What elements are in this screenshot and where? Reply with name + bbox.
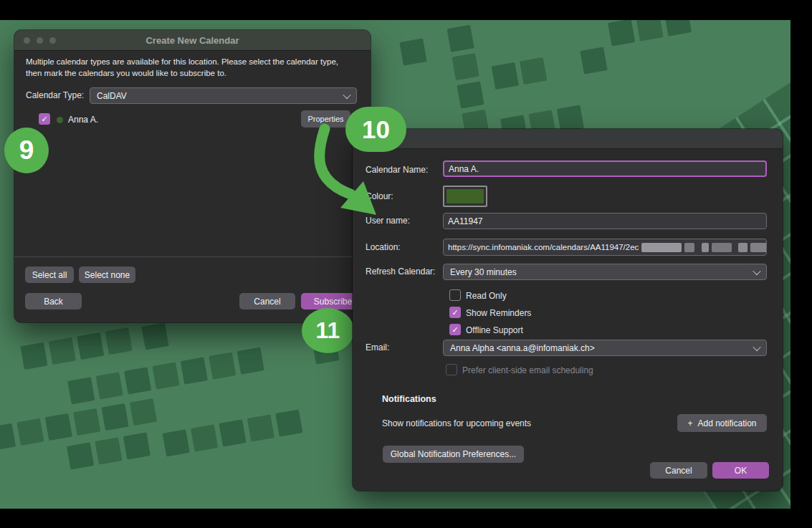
bg-square-run: [580, 47, 607, 74]
colour-swatch-button[interactable]: [443, 186, 487, 207]
create-new-calendar-dialog: Create New Calendar Multiple calendar ty…: [14, 30, 371, 322]
bg-square-run: [492, 57, 548, 90]
refresh-calendar-label: Refresh Calendar:: [366, 267, 435, 277]
email-select[interactable]: Anna Alpha <anna.a@infomaniak.ch>: [443, 340, 767, 356]
prefer-client-side-label: Prefer client-side email scheduling: [462, 365, 593, 375]
bg-square-run: [67, 432, 151, 469]
calendar-color-dot-icon: [57, 117, 63, 123]
step-9-marker: 9: [4, 128, 49, 173]
redacted-segment: [738, 243, 747, 252]
notifications-description: Show notifications for upcoming events: [382, 418, 531, 428]
read-only-checkbox[interactable]: [449, 289, 461, 301]
location-input[interactable]: https://sync.infomaniak.com/calendars/AA…: [443, 239, 767, 256]
back-button[interactable]: Back: [25, 293, 82, 309]
select-none-button[interactable]: Select none: [79, 267, 135, 283]
checkmark-icon: ✓: [41, 115, 47, 123]
chevron-down-icon: [753, 267, 760, 274]
ok-button[interactable]: OK: [712, 462, 769, 479]
calendar-name-input[interactable]: [443, 160, 767, 177]
right-dialog-titlebar: [353, 129, 783, 149]
refresh-calendar-value: Every 30 minutes: [450, 267, 517, 277]
bg-square-run: [163, 409, 303, 456]
checkmark-icon: ✓: [452, 309, 458, 317]
instructions-line1: Multiple calendar types are available fo…: [26, 57, 361, 66]
instructions-line2: then mark the calendars you would like t…: [26, 69, 361, 77]
global-notification-preferences-button[interactable]: Global Notification Preferences...: [383, 446, 524, 463]
add-notification-button[interactable]: + Add notification: [677, 414, 767, 432]
location-label: Location:: [366, 242, 401, 252]
step-11-marker: 11: [302, 308, 354, 353]
calendar-properties-dialog: Calendar Name: Colour: User name: Locati…: [353, 129, 783, 491]
select-all-button[interactable]: Select all: [25, 267, 74, 283]
bg-square-run: [608, 20, 692, 47]
refresh-calendar-select[interactable]: Every 30 minutes: [443, 264, 767, 280]
list-separator: [14, 256, 371, 257]
redacted-segment: [750, 243, 767, 252]
redacted-segment: [641, 243, 682, 252]
properties-button[interactable]: Properties: [301, 110, 350, 128]
calendar-list-item-label: Anna A.: [68, 115, 98, 125]
offline-support-checkbox[interactable]: ✓: [449, 324, 461, 335]
bg-square-run: [20, 327, 132, 370]
left-dialog-titlebar: Create New Calendar: [14, 30, 371, 51]
read-only-label: Read Only: [466, 291, 507, 301]
bg-square-run: [399, 38, 426, 65]
location-url-text: https://sync.infomaniak.com/calendars/AA…: [448, 243, 639, 251]
chevron-down-icon: [343, 90, 350, 98]
calendar-name-label: Calendar Name:: [366, 165, 428, 175]
calendar-type-label: Calendar Type:: [26, 90, 84, 100]
calendar-checkbox[interactable]: ✓: [39, 113, 50, 125]
cancel-button[interactable]: Cancel: [650, 462, 707, 479]
colour-swatch-green: [446, 189, 484, 203]
chevron-down-icon: [753, 342, 760, 350]
offline-support-label: Offline Support: [466, 325, 523, 335]
cancel-button[interactable]: Cancel: [239, 293, 295, 309]
prefer-client-side-checkbox: [446, 364, 457, 375]
redacted-segment: [684, 243, 694, 252]
show-reminders-checkbox[interactable]: ✓: [449, 307, 461, 318]
notifications-heading: Notifications: [382, 394, 436, 404]
user-name-input[interactable]: [443, 213, 767, 229]
redacted-segment: [702, 243, 709, 252]
dialog-title: Create New Calendar: [14, 30, 371, 51]
calendar-type-select[interactable]: CalDAV: [90, 87, 357, 104]
checkmark-icon: ✓: [452, 326, 458, 334]
show-reminders-label: Show Reminders: [466, 308, 531, 318]
screenshot-canvas: Create New Calendar Multiple calendar ty…: [0, 0, 812, 528]
bg-square-run: [141, 322, 168, 350]
add-notification-label: Add notification: [697, 418, 756, 428]
email-label: Email:: [366, 342, 389, 352]
colour-label: Colour:: [366, 191, 393, 201]
calendar-type-value: CalDAV: [97, 91, 127, 101]
user-name-label: User name:: [366, 216, 410, 226]
email-value: Anna Alpha <anna.a@infomaniak.ch>: [450, 343, 595, 353]
redacted-segment: [712, 243, 732, 252]
step-10-marker: 10: [345, 107, 406, 152]
plus-icon: +: [687, 418, 692, 428]
